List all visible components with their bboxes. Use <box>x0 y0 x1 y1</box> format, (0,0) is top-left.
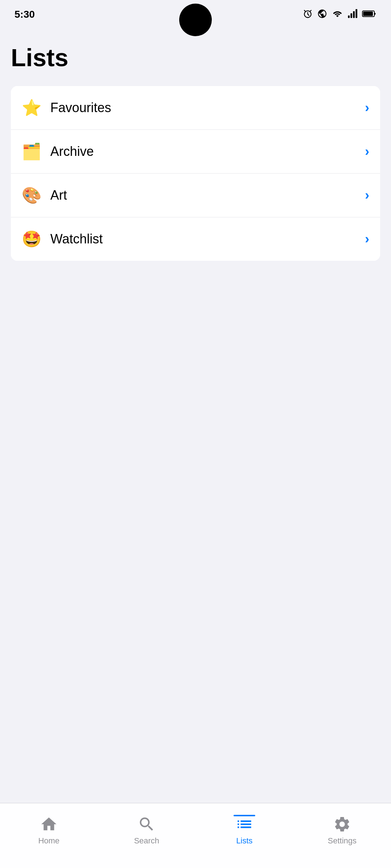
nav-active-indicator <box>234 815 255 816</box>
lists-icon <box>235 815 253 833</box>
art-emoji: 🎨 <box>22 187 42 203</box>
status-icons <box>303 9 377 20</box>
nav-item-lists[interactable]: Lists <box>196 815 293 846</box>
archive-emoji: 🗂️ <box>22 144 42 159</box>
list-item-left-archive: 🗂️ Archive <box>22 144 94 159</box>
art-chevron-icon: › <box>365 188 369 203</box>
list-item-left-watchlist: 🤩 Watchlist <box>22 231 103 247</box>
watchlist-chevron-icon: › <box>365 231 369 247</box>
nav-label-home: Home <box>38 836 60 846</box>
nav-item-home[interactable]: Home <box>0 815 98 846</box>
favourites-emoji: ⭐ <box>22 100 42 116</box>
svg-rect-6 <box>363 12 373 16</box>
list-item-art[interactable]: 🎨 Art › <box>11 174 380 217</box>
watchlist-emoji: 🤩 <box>22 231 42 247</box>
vpn-icon <box>317 9 327 20</box>
favourites-chevron-icon: › <box>365 100 369 115</box>
favourites-label: Favourites <box>50 100 111 115</box>
lists-container: ⭐ Favourites › 🗂️ Archive › 🎨 Art › 🤩 <box>11 86 380 261</box>
nav-label-lists: Lists <box>236 836 252 846</box>
status-bar: 5:30 <box>0 0 391 29</box>
svg-rect-2 <box>350 13 352 18</box>
list-item-watchlist[interactable]: 🤩 Watchlist › <box>11 217 380 261</box>
nav-item-search[interactable]: Search <box>98 815 196 846</box>
nav-label-settings: Settings <box>328 836 357 846</box>
alarm-icon <box>303 9 313 20</box>
svg-rect-3 <box>353 11 355 18</box>
list-item-left-favourites: ⭐ Favourites <box>22 100 111 116</box>
home-icon <box>40 815 58 833</box>
archive-chevron-icon: › <box>365 144 369 159</box>
camera-pill <box>179 4 212 36</box>
svg-rect-4 <box>356 9 357 18</box>
watchlist-label: Watchlist <box>50 231 103 247</box>
list-item-left-art: 🎨 Art <box>22 187 67 203</box>
settings-icon <box>333 815 351 833</box>
main-content: Lists ⭐ Favourites › 🗂️ Archive › 🎨 Art <box>0 29 391 261</box>
art-label: Art <box>50 188 67 203</box>
signal-icon <box>348 9 358 20</box>
page-title: Lists <box>11 43 380 72</box>
wifi-icon <box>332 9 343 20</box>
nav-item-settings[interactable]: Settings <box>293 815 391 846</box>
list-item-archive[interactable]: 🗂️ Archive › <box>11 130 380 174</box>
list-item-favourites[interactable]: ⭐ Favourites › <box>11 86 380 130</box>
archive-label: Archive <box>50 144 94 159</box>
bottom-nav: Home Search Lists Settings <box>0 803 391 868</box>
status-time: 5:30 <box>14 9 35 20</box>
svg-rect-1 <box>348 16 350 18</box>
nav-label-search: Search <box>134 836 159 846</box>
search-icon <box>138 815 156 833</box>
battery-icon <box>362 9 377 20</box>
